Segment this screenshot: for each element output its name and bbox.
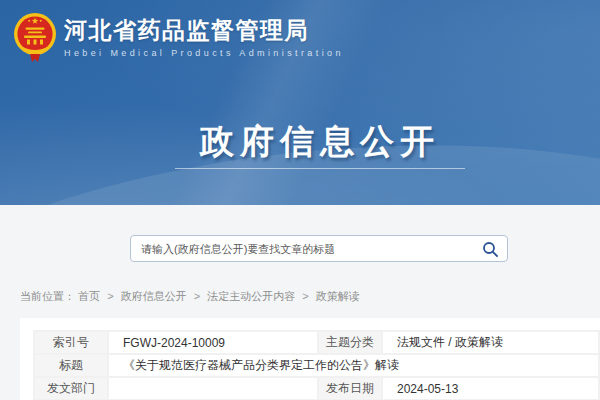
publish-date-value: 2024-05-13	[382, 377, 599, 400]
index-number-label: 索引号	[34, 331, 108, 354]
document-meta-table: 索引号 FGWJ-2024-10009 主题分类 法规文件 / 政策解读 标题 …	[33, 330, 600, 400]
site-title: 河北省药品监督管理局	[64, 16, 344, 44]
breadcrumb-separator: >	[302, 290, 308, 302]
breadcrumb-separator: >	[107, 290, 113, 302]
breadcrumb-prefix: 当前位置：	[20, 290, 75, 302]
table-row: 索引号 FGWJ-2024-10009 主题分类 法规文件 / 政策解读	[34, 331, 599, 354]
breadcrumb: 当前位置： 首页 > 政府信息公开 > 法定主动公开内容 > 政策解读	[20, 289, 360, 303]
table-row: 发文部门 发布日期 2024-05-13	[34, 377, 599, 400]
table-row: 标题 《关于规范医疗器械产品分类界定工作的公告》解读	[34, 354, 599, 377]
hero-header: 河北省药品监督管理局 Hebei Medical Products Admini…	[0, 0, 600, 205]
breadcrumb-separator: >	[194, 290, 200, 302]
issuing-department-label: 发文部门	[34, 377, 108, 400]
banner-divider	[175, 168, 465, 169]
site-logo[interactable]: 河北省药品监督管理局 Hebei Medical Products Admini…	[13, 8, 344, 66]
breadcrumb-link-gov-info[interactable]: 政府信息公开	[121, 290, 187, 302]
document-card: 索引号 FGWJ-2024-10009 主题分类 法规文件 / 政策解读 标题 …	[20, 318, 600, 400]
search-icon	[482, 241, 499, 258]
search-box	[130, 235, 508, 262]
publish-date-label: 发布日期	[318, 377, 382, 400]
breadcrumb-link-statutory-disclosure[interactable]: 法定主动公开内容	[207, 290, 295, 302]
national-emblem-icon	[13, 8, 57, 66]
content-area: 当前位置： 首页 > 政府信息公开 > 法定主动公开内容 > 政策解读 索引号 …	[0, 205, 600, 400]
issuing-department-value	[108, 377, 318, 400]
title-label: 标题	[34, 354, 108, 377]
search-input[interactable]	[131, 236, 507, 261]
breadcrumb-link-policy-interpretation[interactable]: 政策解读	[316, 290, 360, 302]
topic-category-value: 法规文件 / 政策解读	[382, 331, 599, 354]
page-banner-title: 政府信息公开	[20, 119, 600, 165]
site-subtitle-en: Hebei Medical Products Administration	[64, 48, 344, 58]
breadcrumb-link-home[interactable]: 首页	[78, 290, 100, 302]
index-number-value: FGWJ-2024-10009	[108, 331, 318, 354]
title-value: 《关于规范医疗器械产品分类界定工作的公告》解读	[108, 354, 599, 377]
topic-category-label: 主题分类	[318, 331, 382, 354]
search-button[interactable]	[479, 239, 501, 259]
